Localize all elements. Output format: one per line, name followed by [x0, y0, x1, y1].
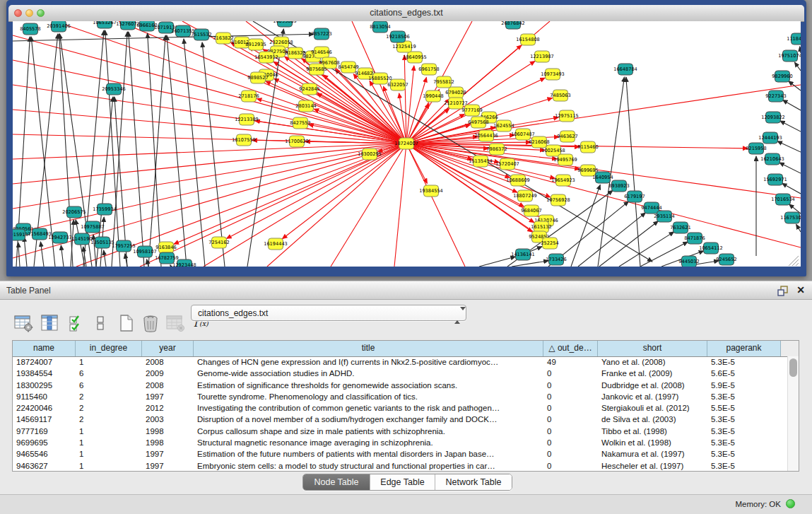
column-header-year[interactable]: year — [142, 341, 194, 356]
table-cell[interactable]: Franke et al. (2009) — [598, 368, 707, 379]
network-window[interactable]: citations_edges.txt 18724007716382281601… — [6, 0, 806, 276]
table-cell[interactable]: 5.3E-5 — [707, 448, 781, 460]
table-cell[interactable]: 2 — [76, 402, 142, 414]
table-cell[interactable]: 19384554 — [13, 368, 76, 379]
table-cell[interactable]: 1 — [76, 460, 142, 471]
table-cell[interactable]: Yano et al. (2008) — [598, 356, 707, 368]
table-cell[interactable]: Investigating the contribution of common… — [194, 402, 543, 414]
column-visibility-button[interactable] — [37, 313, 61, 334]
tab-edge-table[interactable]: Edge Table — [370, 474, 435, 490]
table-row[interactable]: 1830029562008Estimation of significance … — [13, 380, 787, 391]
table-cell[interactable]: 0 — [543, 402, 598, 414]
table-cell[interactable]: 5.3E-5 — [707, 391, 781, 402]
close-panel-icon[interactable]: ✕ — [796, 284, 805, 296]
column-header-title[interactable]: title — [194, 341, 543, 356]
table-cell[interactable]: Tourette syndrome. Phenomenology and cla… — [194, 391, 543, 402]
table-cell[interactable]: 5.5E-5 — [707, 402, 781, 414]
table-cell[interactable]: 1 — [76, 448, 142, 460]
table-cell[interactable]: 2 — [76, 414, 142, 425]
table-cell[interactable]: 5.9E-5 — [707, 380, 781, 391]
column-header-out-degree[interactable]: △ out_de… — [543, 341, 598, 356]
table-cell[interactable]: 2003 — [142, 414, 194, 425]
import-table-button[interactable] — [163, 313, 187, 334]
table-cell[interactable]: 0 — [543, 414, 598, 425]
table-row[interactable]: 1872400712008Changes of HCN gene express… — [13, 356, 787, 368]
table-cell[interactable]: 0 — [543, 448, 598, 460]
table-cell[interactable]: 18724007 — [13, 356, 76, 368]
table-cell[interactable]: 5.3E-5 — [707, 356, 781, 368]
table-row[interactable]: 946362711997Embryonic stem cells: a mode… — [13, 460, 787, 471]
table-cell[interactable]: 1998 — [142, 426, 194, 437]
table-cell[interactable]: 5.6E-5 — [707, 368, 781, 379]
table-cell[interactable]: 1997 — [142, 391, 194, 402]
table-cell[interactable]: 18300295 — [13, 380, 76, 391]
row-selection-button[interactable] — [66, 313, 87, 334]
table-row[interactable]: 2242004622012Investigating the contribut… — [13, 402, 787, 414]
table-cell[interactable]: 5.3E-5 — [707, 414, 781, 425]
window-titlebar[interactable]: citations_edges.txt — [8, 5, 804, 22]
column-header-name[interactable]: name — [13, 341, 76, 356]
table-cell[interactable]: Estimation of the future numbers of pati… — [194, 448, 543, 460]
table-cell[interactable]: Structural magnetic resonance image aver… — [194, 437, 543, 448]
table-cell[interactable]: 1 — [76, 437, 142, 448]
table-cell[interactable]: 1997 — [142, 448, 194, 460]
table-cell[interactable]: 1998 — [142, 437, 194, 448]
table-cell[interactable]: 14569117 — [13, 414, 76, 425]
table-cell[interactable]: Dudbridge et al. (2008) — [598, 380, 707, 391]
table-cell[interactable]: 6 — [76, 380, 142, 391]
table-cell[interactable]: 1 — [76, 426, 142, 437]
table-cell[interactable]: 2 — [76, 391, 142, 402]
table-cell[interactable]: 0 — [543, 368, 598, 379]
table-cell[interactable]: Embryonic stem cells: a model to study s… — [194, 460, 543, 471]
table-cell[interactable]: 9699695 — [13, 437, 76, 448]
table-row[interactable]: 969969511998Structural magnetic resonanc… — [13, 437, 787, 448]
table-cell[interactable]: 0 — [543, 437, 598, 448]
table-cell[interactable]: 2009 — [142, 368, 194, 379]
table-cell[interactable]: de Silva et al. (2003) — [598, 414, 707, 425]
table-cell[interactable]: Nakamura et al. (1997) — [598, 448, 707, 460]
network-canvas-svg[interactable]: 1872400771638228160128891293523226058982… — [13, 21, 801, 267]
table-row[interactable]: 946554611997Estimation of the future num… — [13, 448, 787, 460]
table-cell[interactable]: 9463627 — [13, 460, 76, 471]
table-cell[interactable]: 6 — [76, 368, 142, 379]
table-cell[interactable]: 1997 — [142, 460, 194, 471]
panel-layout-button[interactable] — [93, 313, 108, 334]
column-header-pagerank[interactable]: pagerank — [707, 341, 781, 356]
tab-node-table[interactable]: Node Table — [303, 474, 370, 490]
table-cell[interactable]: Tibbo et al. (1998) — [598, 426, 707, 437]
float-panel-icon[interactable] — [777, 285, 789, 297]
table-cell[interactable]: Estimation of significance thresholds fo… — [194, 380, 543, 391]
table-cell[interactable]: 9115460 — [13, 391, 76, 402]
table-cell[interactable]: Wolkin et al. (1998) — [598, 437, 707, 448]
table-cell[interactable]: Changes of HCN gene expression and I(f) … — [194, 356, 543, 368]
table-cell[interactable]: 0 — [543, 380, 598, 391]
table-scrollbar[interactable] — [787, 356, 799, 471]
resize-grip-icon[interactable] — [789, 256, 799, 266]
table-body[interactable]: 1872400712008Changes of HCN gene express… — [13, 356, 787, 471]
table-cell[interactable]: Corpus callosum shape and size in male p… — [194, 426, 543, 437]
table-row[interactable]: 911546021997Tourette syndrome. Phenomeno… — [13, 391, 787, 402]
column-header-in-degree[interactable]: in_degree — [76, 341, 142, 356]
table-row[interactable]: 1938455462009Genome-wide association stu… — [13, 368, 787, 379]
table-cell[interactable]: 9465546 — [13, 448, 76, 460]
table-cell[interactable]: Jankovic et al. (1997) — [598, 391, 707, 402]
table-cell[interactable]: Genome-wide association studies in ADHD. — [194, 368, 543, 379]
table-cell[interactable]: 5.3E-5 — [707, 460, 781, 471]
table-cell[interactable]: 2008 — [142, 356, 194, 368]
table-cell[interactable]: 0 — [543, 391, 598, 402]
table-cell[interactable]: 5.3E-5 — [707, 426, 781, 437]
network-canvas[interactable]: 1872400771638228160128891293523226058982… — [13, 21, 801, 267]
table-cell[interactable]: 49 — [543, 356, 598, 368]
table-cell[interactable]: 22420046 — [13, 402, 76, 414]
table-scrollbar-thumb[interactable] — [789, 358, 797, 377]
table-cell[interactable]: 2012 — [142, 402, 194, 414]
table-cell[interactable]: Stergiakouli et al. (2012) — [598, 402, 707, 414]
table-cell[interactable]: 0 — [543, 460, 598, 471]
table-cell[interactable]: Disruption of a novel member of a sodium… — [194, 414, 543, 425]
table-cell[interactable]: 0 — [543, 426, 598, 437]
table-source-select[interactable]: citations_edges.txt — [191, 305, 466, 321]
table-cell[interactable]: 5.3E-5 — [707, 437, 781, 448]
table-row[interactable]: 1456911722003Disruption of a novel membe… — [13, 414, 787, 425]
tab-network-table[interactable]: Network Table — [435, 474, 512, 490]
new-column-button[interactable] — [115, 313, 138, 334]
